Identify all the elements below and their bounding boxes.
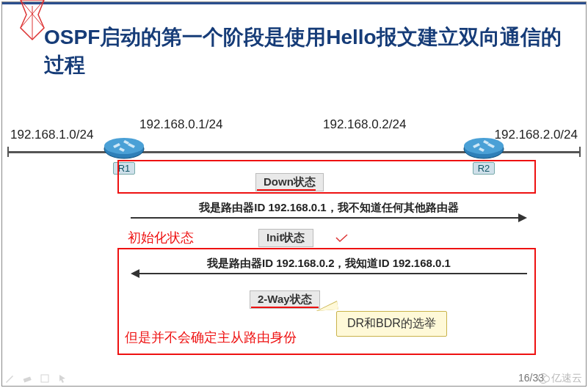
state-init: Init状态: [258, 229, 313, 247]
ip-right-network: 192.168.2.0/24: [495, 128, 578, 142]
router-icon: [462, 136, 505, 161]
watermark: 亿速云: [538, 372, 582, 385]
logo-ribbon: [18, 0, 47, 47]
svg-point-1: [104, 138, 144, 154]
checkmark-icon: [335, 233, 349, 244]
watermark-text: 亿速云: [551, 372, 582, 385]
callout-dr-bdr: DR和BDR的选举: [336, 311, 447, 337]
presenter-toolbar[interactable]: [4, 373, 68, 384]
shape-icon[interactable]: [40, 373, 50, 384]
arrow-head-right-icon: [518, 213, 527, 222]
annotation-twoway: 但是并不会确定主从路由身份: [125, 329, 297, 346]
slide-title: OSPF启动的第一个阶段是使用Hello报文建立双向通信的过程: [44, 23, 566, 79]
ip-r2: 192.168.0.2/24: [323, 117, 406, 132]
arrow-r1-to-r2: [131, 217, 518, 219]
underline-icon: [257, 189, 316, 191]
ip-left-network: 192.168.1.0/24: [10, 128, 93, 142]
hello-msg-2: 我是路由器ID 192.168.0.2，我知道ID 192.168.0.1: [131, 257, 527, 271]
ip-r1: 192.168.0.1/24: [139, 117, 222, 132]
arrow-head-left-icon: [131, 269, 139, 278]
pointer-icon[interactable]: [57, 373, 68, 384]
underline-icon: [251, 307, 319, 308]
router-icon: [103, 136, 145, 161]
pen-icon[interactable]: [4, 373, 15, 384]
eraser-icon[interactable]: [22, 373, 32, 384]
top-rule: [2, 2, 586, 4]
highlight-box-down: [117, 160, 536, 194]
svg-rect-4: [23, 376, 32, 382]
svg-rect-5: [41, 375, 48, 382]
arrow-r2-to-r1: [139, 273, 527, 274]
hello-msg-1: 我是路由器ID 192.168.0.1，我不知道任何其他路由器: [131, 201, 527, 215]
watermark-icon: [538, 373, 548, 384]
svg-point-3: [464, 138, 504, 154]
annotation-init: 初始化状态: [128, 229, 194, 246]
